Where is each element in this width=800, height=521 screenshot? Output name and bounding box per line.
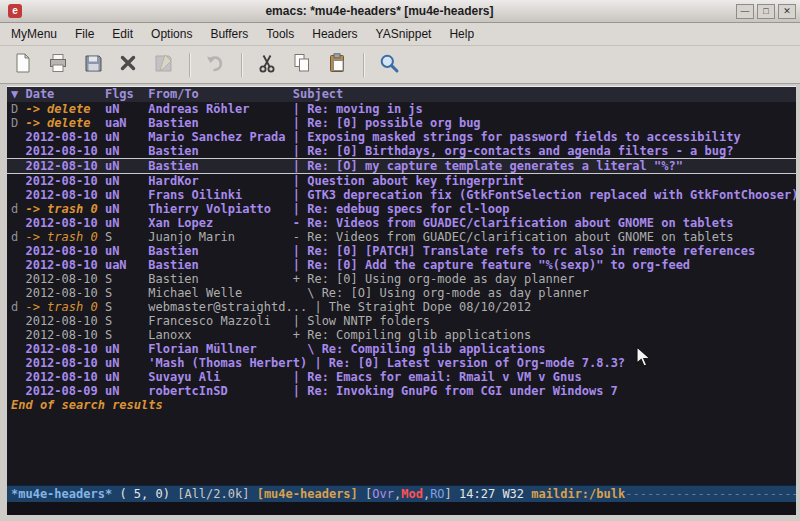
copy-button[interactable]	[287, 50, 317, 80]
message-row[interactable]: 2012-08-10uN'Mash (Thomas Herbert) | Re:…	[11, 356, 796, 370]
message-row[interactable]: 2012-08-10uNBastien| Re: [O] my capture …	[7, 158, 796, 174]
cut-button[interactable]	[252, 50, 282, 80]
message-row[interactable]: 2012-08-10SFrancesco Mazzoli| Slow NNTP …	[11, 314, 796, 328]
toolbar-separator	[363, 53, 365, 77]
message-flags: uN	[105, 102, 148, 116]
close-button[interactable]: ✕	[778, 4, 796, 19]
message-row[interactable]: 2012-08-10SMichael Welle \ Re: [O] Using…	[11, 286, 796, 300]
message-date: 2012-08-10	[25, 258, 104, 272]
menu-item-mymenu[interactable]: MyMenu	[2, 24, 66, 44]
save-button[interactable]	[78, 50, 108, 80]
mark-flag	[11, 342, 25, 356]
paste-button[interactable]	[322, 50, 352, 80]
mode-line[interactable]: *mu4e-headers* ( 5, 0) [All/2.0k] [mu4e-…	[7, 485, 796, 502]
scroll-bar[interactable]	[0, 86, 7, 515]
message-row[interactable]: 2012-08-10uaNBastien| Re: [0] Add the ca…	[11, 258, 796, 272]
menu-item-tools[interactable]: Tools	[257, 24, 303, 44]
mark-flag	[11, 384, 25, 398]
menu-item-headers[interactable]: Headers	[303, 24, 366, 44]
new-file-button[interactable]	[8, 50, 38, 80]
modeline-segment: RO	[430, 487, 444, 501]
message-date: 2012-08-10	[25, 328, 104, 342]
message-flags: S	[105, 314, 148, 328]
message-from: Lanoxx	[148, 328, 292, 342]
message-flags: S	[105, 286, 148, 300]
message-subject: | Re: edebug specs for cl-loop	[293, 202, 510, 216]
message-flags: uN	[105, 202, 148, 216]
mark-flag	[11, 314, 25, 328]
message-from: Florian Müllner	[148, 342, 292, 356]
message-from: Frans Oilinki	[148, 188, 292, 202]
message-from: HardKor	[148, 174, 292, 188]
message-flags: uN	[105, 130, 148, 144]
modeline-segment: maildir:/bulk	[531, 487, 625, 501]
column-header-flags[interactable]: Flgs	[105, 87, 148, 102]
message-row[interactable]: d-> trash 0Swebmaster@straightd... | The…	[11, 300, 796, 314]
menu-item-options[interactable]: Options	[142, 24, 201, 44]
message-row[interactable]: d-> trash 0uNThierry Volpiatto| Re: edeb…	[11, 202, 796, 216]
close-button[interactable]	[113, 50, 143, 80]
menu-item-buffers[interactable]: Buffers	[201, 24, 257, 44]
message-row[interactable]: 2012-08-10uNMario Sanchez Prada| Exposin…	[11, 130, 796, 144]
minimize-button[interactable]: —	[736, 4, 754, 19]
mouse-cursor	[636, 346, 651, 368]
message-row[interactable]: 2012-08-10uNHardKor| Question about key …	[11, 174, 796, 188]
message-flags: uN	[105, 342, 148, 356]
mark-flag: D	[11, 102, 25, 116]
mark-flag	[11, 130, 25, 144]
column-header-date[interactable]: Date	[25, 87, 104, 102]
modeline-segment: Mod	[401, 487, 423, 501]
modeline-segment: ----------------------------------------…	[625, 487, 796, 501]
maximize-button[interactable]: □	[757, 4, 775, 19]
column-header-from[interactable]: From/To	[148, 87, 292, 102]
menu-item-edit[interactable]: Edit	[103, 24, 142, 44]
message-row[interactable]: 2012-08-10uNBastien| Re: [0] Birthdays, …	[11, 144, 796, 158]
undo-button	[200, 50, 230, 80]
message-from: robertcInSD	[148, 384, 292, 398]
message-from: Bastien	[148, 272, 292, 286]
menu-item-yasnippet[interactable]: YASnippet	[367, 24, 441, 44]
message-row[interactable]: 2012-08-10uNFlorian Müllner \ Re: Compil…	[11, 342, 796, 356]
message-row[interactable]: 2012-08-10uNBastien| Re: [0] [PATCH] Tra…	[11, 244, 796, 258]
close-icon	[117, 52, 139, 78]
message-row[interactable]: 2012-08-10uNFrans Oilinki| GTK3 deprecat…	[11, 188, 796, 202]
message-subject: | Re: [0] possible org bug	[293, 116, 481, 130]
toolbar-separator	[241, 53, 243, 77]
message-row[interactable]: D-> deleteuNAndreas Röhler| Re: moving i…	[11, 102, 796, 116]
sort-indicator-icon[interactable]: ▼	[11, 87, 25, 102]
mark-flag	[11, 370, 25, 384]
message-row[interactable]: 2012-08-10uNSuvayu Ali| Re: Emacs for em…	[11, 370, 796, 384]
message-row[interactable]: 2012-08-10SLanoxx+ Re: Compiling glib ap…	[11, 328, 796, 342]
message-row[interactable]: D-> deleteuaNBastien| Re: [0] possible o…	[11, 116, 796, 130]
column-header-subject[interactable]: Subject	[293, 87, 344, 102]
message-date: 2012-08-10	[25, 314, 104, 328]
mark-flag	[11, 328, 25, 342]
mark-flag	[11, 356, 25, 370]
message-subject: | Re: moving in js	[293, 102, 423, 116]
cut-icon	[256, 52, 278, 78]
message-date: 2012-08-10	[25, 356, 104, 370]
menu-item-file[interactable]: File	[66, 24, 103, 44]
modeline-segment: [All/2.0k]	[177, 487, 256, 501]
message-from: Juanjo Marin	[148, 230, 292, 244]
message-flags: uaN	[105, 116, 148, 130]
search-button[interactable]	[374, 50, 404, 80]
message-flags: uN	[105, 188, 148, 202]
message-subject: | The Straight Dope 08/10/2012	[314, 300, 531, 314]
menu-item-help[interactable]: Help	[440, 24, 483, 44]
message-row[interactable]: 2012-08-10uNXan Lopez- Re: Videos from G…	[11, 216, 796, 230]
message-date: -> trash 0	[25, 300, 104, 314]
title-bar[interactable]: e emacs: *mu4e-headers* [mu4e-headers] —…	[0, 0, 800, 23]
toolbar-separator	[189, 53, 191, 77]
message-date: 2012-08-10	[25, 370, 104, 384]
window-controls: —□✕	[733, 4, 796, 19]
message-from: Bastien	[148, 116, 292, 130]
message-row[interactable]: d-> trash 0SJuanjo Marin- Re: Videos fro…	[11, 230, 796, 244]
print-button[interactable]	[43, 50, 73, 80]
message-row[interactable]: 2012-08-09uNrobertcInSD| Re: Invoking Gn…	[11, 384, 796, 398]
message-date: 2012-08-09	[25, 384, 104, 398]
window-title: emacs: *mu4e-headers* [mu4e-headers]	[26, 4, 733, 18]
message-row[interactable]: 2012-08-10SBastien+ Re: [0] Using org-mo…	[11, 272, 796, 286]
message-flags: uN	[105, 216, 148, 230]
paste-icon	[326, 52, 348, 78]
